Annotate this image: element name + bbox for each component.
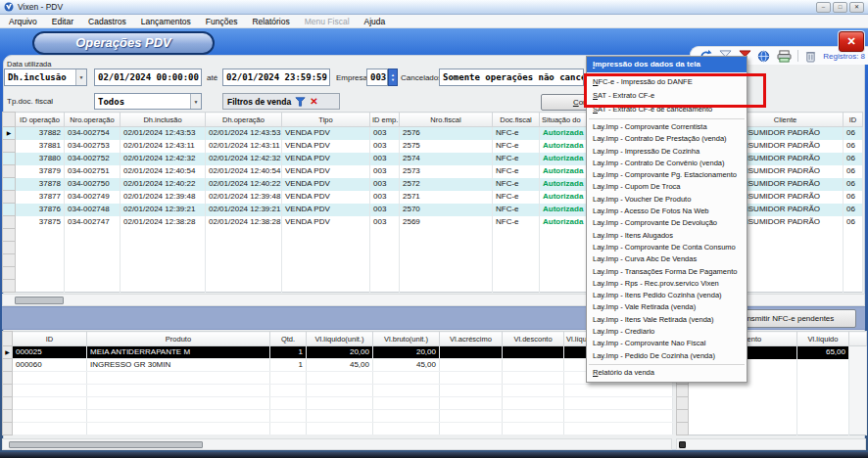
chevron-down-icon[interactable]: ▼ (75, 69, 86, 85)
menubar-item-cadastros[interactable]: Cadastros (88, 17, 126, 26)
cancelados-label: Cancelados (401, 73, 442, 82)
row-selector-header[interactable] (3, 113, 16, 127)
scrollbar-thumb[interactable] (15, 297, 64, 304)
context-menu-item[interactable]: Lay.Imp - Acesso De Fotos Na Web (587, 206, 747, 217)
table-row[interactable] (677, 410, 867, 423)
date-to-field[interactable]: 02/01/2024 23:59:59 (222, 69, 330, 86)
table-row[interactable] (677, 385, 867, 397)
cell: 000025 (13, 346, 87, 359)
filter-apply-icon[interactable] (295, 97, 306, 107)
menubar-item-relat-rios[interactable]: Relatórios (252, 17, 289, 26)
context-menu-item[interactable]: Lay.Imp - Contrato De Prestação (venda) (587, 133, 747, 145)
context-menu-item[interactable]: Lay.Imp - Curva Abc De Vendas (587, 253, 747, 265)
context-menu-item[interactable]: Lay.Imp - Contrato De Convênio (venda) (587, 158, 747, 169)
printer-icon[interactable] (777, 49, 792, 63)
column-header[interactable]: Vl.acréscimo (440, 332, 503, 346)
maximize-button[interactable]: □ (833, 2, 847, 13)
column-header[interactable]: Vl.líquido(unit.) (307, 332, 373, 346)
row-selector (3, 397, 13, 410)
table-row[interactable] (3, 410, 673, 423)
cancelados-field[interactable]: Somente operações não canceladas (439, 69, 584, 86)
empresa-label: Empresa (336, 73, 367, 82)
cell (16, 242, 65, 254)
delete-icon[interactable] (804, 49, 818, 63)
filter-remove-icon[interactable]: ✕ (310, 96, 317, 107)
context-menu-item[interactable]: Lay.Imp - Comprovante Pg. Estacionamento (587, 169, 747, 181)
context-menu-header[interactable]: Impressão dos dados da tela (587, 57, 747, 72)
column-header[interactable]: ID (13, 332, 87, 346)
context-menu-item[interactable]: Lay.Imp - Comprovante Nao Fiscal (587, 338, 747, 349)
column-header[interactable]: Nro.operação (65, 113, 121, 127)
row-selector-header[interactable] (3, 332, 13, 346)
row-selector (3, 178, 16, 191)
context-menu-item[interactable]: Lay.Imp - Rps - Rec.prov.servico Vixen (587, 278, 747, 290)
context-menu-item[interactable]: Lay.Imp - Comprovante De Conta Consumo (587, 242, 747, 253)
scrollbar-thumb[interactable] (679, 441, 686, 448)
context-menu-item[interactable]: Lay.Imp - Itens Vale Retirada (venda) (587, 314, 747, 326)
context-menu-item[interactable]: Lay.Imp - Itens Pedido Cozinha (venda) (587, 290, 747, 301)
table-row[interactable]: 000060INGRESSO GR 30MIN145,0045,00 (3, 359, 673, 372)
scrollbar-thumb[interactable] (9, 441, 203, 448)
column-header[interactable]: Vl.desconto (503, 332, 564, 346)
cell: 003 (370, 140, 400, 153)
date-from-field[interactable]: 02/01/2024 00:00:00 (94, 69, 202, 86)
column-header[interactable]: Qtd. (270, 332, 307, 346)
context-menu-item[interactable]: Lay.Imp - Voucher De Produto (587, 194, 747, 206)
column-header[interactable]: Dh.operação (206, 113, 282, 127)
context-menu-item[interactable]: Lay.Imp - Comprovante Correntista (587, 121, 747, 133)
column-header[interactable]: Nro.fiscal (400, 113, 493, 127)
context-menu-item[interactable]: Lay.Imp - Impressão De Cozinha (587, 146, 747, 158)
column-header[interactable]: Doc.fiscal (493, 113, 540, 127)
cell (65, 267, 121, 280)
menubar-item-editar[interactable]: Editar (52, 17, 73, 26)
column-header[interactable]: Dh.inclusão (121, 113, 206, 127)
context-menu-item[interactable]: Lay.Imp - Crediario (587, 326, 747, 338)
menubar-item-lan-amentos[interactable]: Lançamentos (141, 17, 191, 26)
column-header[interactable]: Tipo (282, 113, 370, 127)
cell (307, 410, 373, 423)
column-header[interactable]: Produto (87, 332, 270, 346)
cell (440, 397, 503, 410)
table-row[interactable] (3, 397, 673, 410)
data-utilizada-label: Data utilizada (7, 60, 51, 69)
table-row[interactable] (677, 423, 867, 435)
context-menu-item[interactable]: Lay.Imp - Transações Forma De Pagamento (587, 266, 747, 278)
menubar-item-arquivo[interactable]: Arquivo (9, 17, 37, 26)
context-menu-item[interactable]: Lay.Imp - Cupom De Troca (587, 181, 747, 193)
context-menu-item[interactable]: Lay.Imp - Vale Retirada (venda) (587, 301, 747, 313)
column-header[interactable] (849, 332, 867, 346)
close-button[interactable]: ✕ (849, 2, 864, 13)
spin-down-icon[interactable]: ▼ (391, 77, 395, 82)
context-menu-item[interactable]: Lay.Imp - Itens Alugados (587, 230, 747, 242)
menubar-item-ajuda[interactable]: Ajuda (364, 17, 386, 26)
column-header[interactable]: ID emp. (370, 113, 400, 127)
context-menu-item[interactable]: Lay.Imp - Pedido De Cozinha (venda) (587, 350, 747, 362)
web-icon[interactable] (757, 49, 771, 63)
cell: 06 (844, 191, 863, 204)
items-hscrollbar[interactable] (2, 438, 672, 450)
table-row[interactable] (3, 423, 673, 435)
cell (844, 280, 863, 293)
menubar-item-fun-es[interactable]: Funções (206, 17, 238, 26)
close-window-button[interactable]: ✕ (839, 31, 864, 52)
table-row[interactable] (3, 385, 673, 397)
tp-doc-combo[interactable]: Todos ▼ (94, 93, 202, 110)
empresa-field[interactable]: 003 (366, 69, 388, 86)
date-mode-combo[interactable]: Dh.inclusão ▼ (4, 69, 87, 86)
table-row[interactable] (3, 372, 673, 385)
column-header[interactable]: ID operação (16, 113, 65, 127)
column-header[interactable]: ID (844, 113, 863, 127)
payments-hscrollbar[interactable] (676, 438, 866, 450)
context-menu-item[interactable]: Relatório da venda (587, 367, 747, 379)
cell: 02/01/2024 12:38:28 (121, 216, 206, 229)
cell: 65,00 (797, 346, 849, 359)
table-row[interactable]: ▶000025MEIA ANTIDERRAPANTE M120,0020,00 (3, 346, 673, 359)
empresa-stepper[interactable]: ▲ ▼ (388, 69, 398, 86)
context-menu-item[interactable]: Lay.Imp - Comprovante De Devolução (587, 217, 747, 229)
toolbar-separator (797, 50, 798, 62)
minimize-button[interactable]: – (816, 2, 831, 13)
column-header[interactable]: Vl.líquido (797, 332, 849, 346)
table-row[interactable] (677, 397, 867, 410)
chevron-down-icon[interactable]: ▼ (190, 94, 201, 109)
column-header[interactable]: Vl.bruto(unit.) (373, 332, 440, 346)
